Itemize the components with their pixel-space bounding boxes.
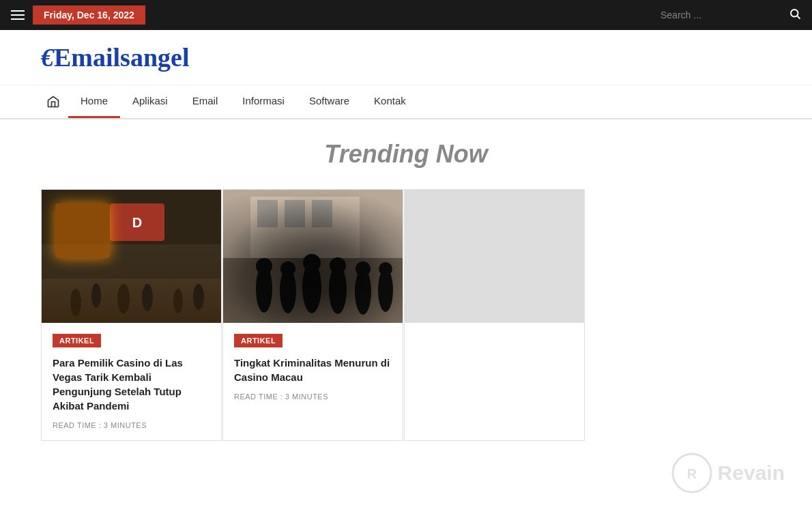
svg-rect-15 [257, 200, 278, 227]
svg-point-8 [91, 283, 101, 308]
svg-rect-16 [285, 200, 305, 227]
svg-point-30 [379, 262, 392, 276]
card-3-image [405, 190, 584, 323]
svg-rect-18 [223, 258, 403, 323]
card-2-svg [223, 190, 403, 323]
svg-point-19 [256, 265, 272, 313]
logo-text: €Emailsangel [41, 42, 189, 72]
card-2-img-bg [223, 190, 403, 323]
card-1-readtime: READ TIME : 3 MINUTES [53, 421, 210, 429]
search-button[interactable] [789, 8, 801, 23]
svg-point-27 [355, 268, 371, 315]
card-1-body: ARTIKEL Para Pemilik Casino di Las Vegas… [42, 323, 221, 440]
svg-point-12 [193, 284, 204, 310]
svg-point-10 [142, 284, 153, 311]
svg-point-21 [280, 268, 296, 313]
card-1[interactable]: D ARTIKEL Para Pemilik Casino di [41, 189, 222, 441]
card-2-tag: ARTIKEL [234, 334, 282, 347]
card-1-image: D [42, 190, 221, 323]
svg-point-24 [303, 254, 321, 272]
search-icon [789, 8, 801, 20]
revain-watermark: R Revain [671, 453, 785, 461]
search-bar [661, 8, 801, 23]
card-1-title: Para Pemilik Casino di Las Vegas Tarik K… [53, 356, 210, 413]
card-2-readtime: READ TIME : 3 MINUTES [234, 392, 392, 401]
nav-home-icon[interactable] [38, 85, 68, 118]
svg-point-28 [356, 261, 371, 276]
home-icon [46, 95, 60, 109]
logo[interactable]: €Emailsangel [41, 42, 771, 72]
nav-item-kontak[interactable]: Kontak [362, 85, 418, 118]
svg-line-1 [797, 16, 800, 18]
nav-item-software[interactable]: Software [297, 85, 362, 118]
trending-heading: Trending Now [41, 140, 771, 169]
svg-point-22 [280, 261, 295, 276]
svg-point-26 [330, 257, 346, 274]
cards-grid: D ARTIKEL Para Pemilik Casino di [41, 189, 771, 441]
svg-point-9 [117, 284, 130, 314]
svg-point-29 [378, 268, 393, 312]
card-2-body: ARTIKEL Tingkat Kriminalitas Menurun di … [223, 323, 403, 412]
logo-bracket: € [41, 43, 54, 72]
svg-point-20 [256, 258, 272, 274]
card-3-body [405, 323, 584, 345]
card-3-img-bg [405, 190, 584, 323]
search-input[interactable] [661, 10, 783, 20]
svg-point-23 [302, 261, 321, 313]
svg-rect-17 [312, 200, 332, 227]
svg-point-0 [791, 10, 798, 17]
nav-item-home[interactable]: Home [68, 85, 120, 118]
nav-item-informasi[interactable]: Informasi [230, 85, 297, 118]
topbar-date: Friday, Dec 16, 2022 [33, 5, 145, 25]
svg-point-7 [70, 289, 81, 316]
card-3 [404, 189, 585, 441]
card-2-title: Tingkat Kriminalitas Menurun di Casino M… [234, 356, 392, 384]
nav-item-email[interactable]: Email [180, 85, 231, 118]
revain-logo-icon: R [671, 453, 712, 461]
svg-point-11 [173, 289, 183, 313]
nav-links: Home Aplikasi Email Informasi Software K… [68, 85, 418, 118]
card-2-image [223, 190, 403, 323]
svg-rect-14 [250, 197, 360, 279]
topbar: Friday, Dec 16, 2022 [0, 0, 812, 30]
svg-rect-13 [223, 190, 403, 323]
navbar: Home Aplikasi Email Informasi Software K… [0, 85, 812, 119]
main-content: Trending Now D [0, 119, 812, 461]
card-1-img-bg: D [42, 190, 221, 323]
nav-item-aplikasi[interactable]: Aplikasi [120, 85, 180, 118]
svg-rect-6 [42, 279, 221, 323]
card-1-tag: ARTIKEL [53, 334, 101, 347]
svg-point-31 [673, 454, 711, 461]
card-1-svg: D [42, 190, 221, 323]
svg-text:D: D [132, 215, 142, 230]
topbar-left: Friday, Dec 16, 2022 [11, 5, 145, 25]
card-2[interactable]: ARTIKEL Tingkat Kriminalitas Menurun di … [222, 189, 403, 441]
site-header: €Emailsangel [0, 30, 812, 85]
hamburger-menu[interactable] [11, 10, 25, 20]
svg-point-25 [329, 265, 347, 314]
